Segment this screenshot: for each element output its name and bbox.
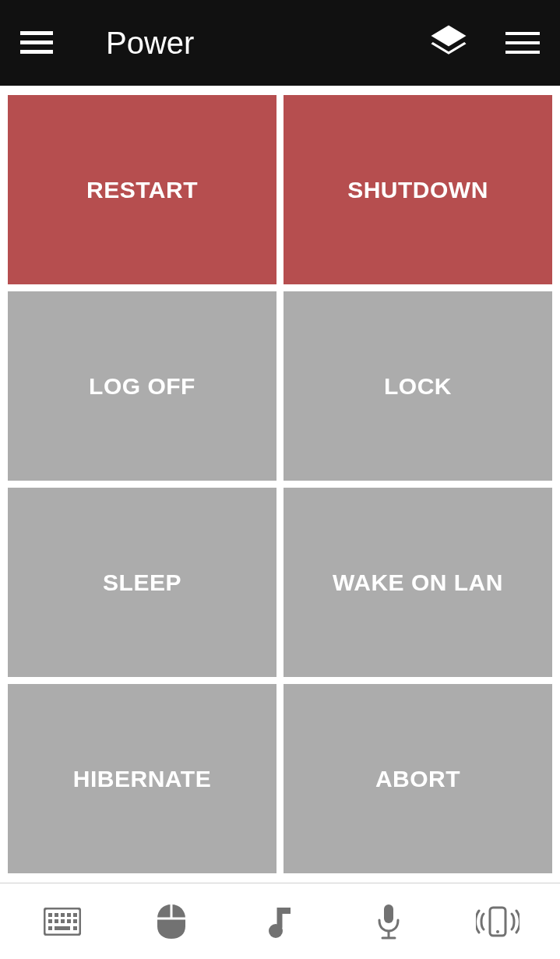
mouse-icon [156, 903, 187, 940]
tile-label: SLEEP [103, 569, 181, 596]
svg-marker-3 [431, 26, 467, 47]
tile-label: HIBERNATE [73, 766, 211, 792]
keyboard-button[interactable] [39, 898, 86, 945]
hibernate-button[interactable]: HIBERNATE [8, 684, 276, 873]
microphone-icon [375, 903, 403, 940]
svg-rect-1 [20, 41, 53, 44]
logoff-button[interactable]: LOG OFF [8, 291, 276, 481]
svg-rect-17 [67, 919, 71, 923]
bottom-bar [0, 883, 560, 959]
svg-rect-16 [61, 919, 65, 923]
svg-rect-21 [73, 926, 77, 930]
sleep-button[interactable]: SLEEP [8, 488, 276, 677]
music-note-icon [266, 904, 294, 939]
phone-vibrate-icon [476, 904, 519, 939]
tile-label: LOG OFF [89, 373, 195, 400]
svg-rect-25 [384, 904, 393, 923]
svg-rect-9 [48, 913, 52, 917]
lock-button[interactable]: LOCK [284, 291, 552, 481]
svg-rect-7 [505, 51, 540, 54]
tile-label: WAKE ON LAN [333, 569, 503, 596]
svg-rect-5 [505, 32, 540, 35]
svg-rect-18 [73, 919, 77, 923]
svg-rect-12 [67, 913, 71, 917]
voice-button[interactable] [365, 898, 412, 945]
wake-on-lan-button[interactable]: WAKE ON LAN [284, 488, 552, 677]
music-button[interactable] [256, 898, 303, 945]
svg-rect-15 [55, 919, 58, 923]
keyboard-icon [44, 908, 81, 936]
layers-icon [428, 22, 470, 64]
page-title: Power [106, 26, 194, 61]
svg-rect-10 [55, 913, 58, 917]
svg-rect-20 [55, 926, 70, 930]
layers-button[interactable] [421, 16, 476, 70]
vibrate-button[interactable] [474, 898, 521, 945]
svg-point-29 [496, 930, 499, 933]
tile-label: SHUTDOWN [347, 177, 488, 203]
top-bar: Power [0, 0, 560, 86]
svg-rect-14 [48, 919, 52, 923]
svg-rect-2 [20, 50, 53, 54]
svg-rect-0 [20, 31, 53, 35]
svg-rect-11 [61, 913, 65, 917]
tile-label: LOCK [384, 373, 452, 400]
svg-rect-13 [73, 913, 77, 917]
svg-point-24 [269, 924, 283, 938]
svg-rect-6 [505, 41, 540, 44]
power-grid: RESTART SHUTDOWN LOG OFF LOCK SLEEP WAKE… [0, 86, 560, 883]
top-bar-left: Power [14, 25, 194, 61]
svg-rect-19 [48, 926, 52, 930]
restart-button[interactable]: RESTART [8, 95, 276, 284]
tile-label: RESTART [86, 177, 198, 203]
menu-button[interactable] [14, 25, 59, 61]
tile-label: ABORT [375, 766, 460, 792]
shutdown-button[interactable]: SHUTDOWN [284, 95, 552, 284]
more-button[interactable] [499, 26, 546, 60]
mouse-button[interactable] [148, 898, 195, 945]
hamburger-thin-icon [505, 32, 540, 54]
abort-button[interactable]: ABORT [284, 684, 552, 873]
hamburger-icon [20, 31, 53, 55]
